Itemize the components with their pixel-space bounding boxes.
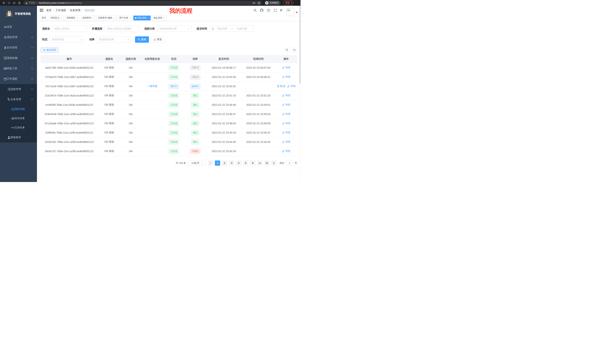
page-button-6[interactable]: 6 xyxy=(250,161,255,166)
process-category: OA xyxy=(120,100,141,109)
detail-link[interactable]: 详情 xyxy=(282,75,290,79)
detail-link[interactable]: 详情 xyxy=(282,140,290,144)
result-badge: 不通过 xyxy=(190,149,200,154)
sidebar-item-9[interactable]: 待办任务 xyxy=(0,114,37,123)
tab-close-icon[interactable]: × xyxy=(77,17,78,19)
search-button[interactable]: 搜索 xyxy=(135,36,149,43)
goto-page-input[interactable]: 1 xyxy=(286,161,293,166)
sidebar-item-1[interactable]: 系统管理 xyxy=(0,32,37,42)
tab-7[interactable]: 发起流程× xyxy=(152,16,166,20)
create-process-button[interactable]: 发起流程 xyxy=(40,47,59,53)
detail-link[interactable]: 详情 xyxy=(282,112,290,116)
sidebar-item-11[interactable]: 请假查询 xyxy=(0,132,37,143)
detail-link[interactable]: 详情 xyxy=(282,94,290,97)
next-page-button[interactable] xyxy=(271,161,277,166)
address-bar[interactable]: 不安全 dashboard.yudao.iocoder.cn/bpm/task/… xyxy=(23,1,262,5)
window-scrollbar[interactable] xyxy=(300,6,300,182)
submit-time: 2022-01-22 23:51:15 xyxy=(206,91,241,100)
page-button-3[interactable]: 3 xyxy=(229,161,234,166)
sidebar-item-8[interactable]: 我的流程 xyxy=(0,105,37,114)
process-category: OA xyxy=(120,119,141,128)
filter-select-结果[interactable]: 请选择流结果 xyxy=(97,36,131,43)
reload-icon[interactable] xyxy=(12,1,16,5)
chrome-update-button[interactable]: 更新 xyxy=(283,1,294,5)
github-icon[interactable] xyxy=(260,9,263,12)
sidebar-item-10[interactable]: 已办任务 xyxy=(0,123,37,132)
breadcrumb-workflow[interactable]: 工作流程 xyxy=(56,9,66,12)
detail-link[interactable]: 详情 xyxy=(282,122,290,125)
fontsize-icon[interactable]: tT xyxy=(280,9,282,12)
tab-close-icon[interactable]: × xyxy=(113,17,115,19)
back-icon[interactable] xyxy=(1,1,6,5)
tab-close-icon[interactable]: × xyxy=(92,17,94,19)
avatar[interactable] xyxy=(286,8,294,16)
avatar-caret-icon[interactable] xyxy=(296,12,298,13)
cancel-link[interactable]: 取消 xyxy=(277,85,285,88)
detail-link[interactable]: 详情 xyxy=(282,103,290,106)
breadcrumb-home[interactable]: 首页 xyxy=(46,9,51,12)
breadcrumb: 首页/ 工作流程/ 任务管理/ 我的流程 xyxy=(46,9,95,12)
key-icon[interactable] xyxy=(253,2,256,4)
sidebar-item-7[interactable]: 任务管理 xyxy=(0,94,37,105)
sidebar-item-2[interactable]: 支付管理 xyxy=(0,42,37,53)
reset-button[interactable]: 重置 xyxy=(151,36,164,43)
sidebar-item-3[interactable]: 基础设施 xyxy=(0,53,37,63)
help-icon[interactable] xyxy=(267,9,270,12)
chevron-down-icon xyxy=(31,47,33,48)
calendar-icon xyxy=(211,28,214,30)
search-icon[interactable] xyxy=(253,9,257,12)
tab-6[interactable]: 我的流程× xyxy=(133,16,150,20)
sidebar-item-4[interactable]: 研发工具 xyxy=(0,63,37,74)
filter-input-流程名[interactable]: 请输入流程名 xyxy=(52,26,87,32)
filter-select-流程分类[interactable]: 请选择流程分类 xyxy=(157,26,191,32)
pagination-ellipsis[interactable]: ••• xyxy=(257,161,262,166)
prev-page-button[interactable] xyxy=(208,161,213,166)
detail-link[interactable]: 详情 xyxy=(282,66,290,69)
page-button-1[interactable]: 1 xyxy=(215,161,220,166)
detail-link[interactable]: 详情 xyxy=(287,85,295,88)
page-button-5[interactable]: 5 xyxy=(243,161,248,166)
tab-close-icon[interactable]: × xyxy=(164,17,165,19)
chevron-down-icon xyxy=(127,39,129,40)
page-size-select[interactable]: 10条/页 xyxy=(189,161,206,166)
sidebar-collapse-icon[interactable] xyxy=(40,9,43,12)
app-logo xyxy=(6,10,12,17)
tab-4[interactable]: 流程表单-编辑× xyxy=(96,16,116,20)
page-button-4[interactable]: 4 xyxy=(236,161,241,166)
toggle-search-button[interactable] xyxy=(284,47,290,53)
incognito-badge: 无痕模式 xyxy=(264,1,281,5)
sidebar-item-6[interactable]: 流程管理 xyxy=(0,84,37,94)
security-warning[interactable]: 不安全 xyxy=(25,1,35,4)
page-button-2[interactable]: 2 xyxy=(222,161,227,166)
select-placeholder: 请选择流结果 xyxy=(99,38,114,41)
process-category: OA xyxy=(120,128,141,137)
tab-2[interactable]: 流程模型× xyxy=(65,16,79,20)
current-task-link[interactable]: 一级审批 xyxy=(147,85,158,88)
sidebar-item-0[interactable]: 首页 xyxy=(0,22,37,32)
detail-link[interactable]: 详情 xyxy=(282,131,290,134)
refresh-table-button[interactable] xyxy=(291,47,297,53)
tab-3[interactable]: 流程表单× xyxy=(80,16,95,20)
filter-daterange-提交时间[interactable]: 开始日期-结束日期 xyxy=(209,26,254,32)
detail-link[interactable]: 详情 xyxy=(282,150,290,153)
tab-close-icon[interactable]: × xyxy=(130,17,130,19)
page-button-11[interactable]: 11 xyxy=(264,161,270,166)
tab-0[interactable]: 首页 xyxy=(40,16,48,20)
tab-close-icon[interactable]: × xyxy=(148,17,149,19)
app-logo-row[interactable]: 芋道管理系统 xyxy=(0,6,37,22)
filter-select-状态[interactable]: 请选择状态 xyxy=(50,36,84,43)
breadcrumb-task[interactable]: 任务管理 xyxy=(70,9,80,12)
filter-input-所属流程[interactable]: 请输入流程定义的编号 xyxy=(105,26,139,32)
end-time xyxy=(241,147,275,156)
tab-close-icon[interactable]: × xyxy=(61,17,62,19)
column-header-结束时间: 结束时间 xyxy=(241,55,275,63)
tab-5[interactable]: 用户分组× xyxy=(118,16,132,20)
forward-icon[interactable] xyxy=(7,1,11,5)
home-icon[interactable] xyxy=(17,1,21,5)
chrome-menu-icon[interactable] xyxy=(291,2,292,4)
chevron-down-icon xyxy=(31,68,33,69)
tab-1[interactable]: 流程定义× xyxy=(49,16,63,20)
bookmark-star-icon[interactable] xyxy=(257,1,260,4)
fullscreen-icon[interactable] xyxy=(274,9,277,12)
sidebar-item-5[interactable]: 工作流程 xyxy=(0,74,37,84)
